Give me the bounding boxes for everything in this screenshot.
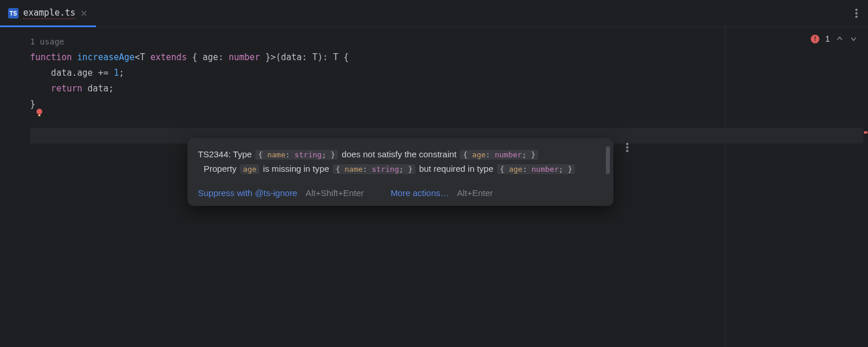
intention-bulb-icon[interactable] <box>35 108 44 117</box>
error-icon: ! <box>811 35 819 43</box>
code-area[interactable]: 1 usage function increaseAge<T extends {… <box>0 27 868 143</box>
problems-indicator[interactable]: ! 1 <box>811 34 858 43</box>
code-chip: { name: string; } <box>333 164 415 174</box>
gutter <box>0 27 30 347</box>
tab-bar-kebab-icon[interactable] <box>845 0 868 27</box>
tab-example-ts[interactable]: TS example.ts <box>0 0 96 27</box>
typescript-file-icon: TS <box>8 8 19 19</box>
minimap-separator <box>725 27 726 347</box>
error-tooltip: TS2344: Type { name: string; } does not … <box>187 138 613 206</box>
more-actions-link[interactable]: More actions… <box>391 188 449 198</box>
error-stripe[interactable] <box>863 27 868 347</box>
close-icon[interactable] <box>80 9 88 17</box>
error-message: TS2344: Type { name: string; } does not … <box>198 147 603 176</box>
svg-rect-1 <box>38 115 41 116</box>
suppress-shortcut: Alt+Shift+Enter <box>306 188 364 198</box>
code-chip: { name: string; } <box>255 150 338 160</box>
suppress-link[interactable]: Suppress with @ts-ignore <box>198 188 297 198</box>
code-chip: { age: number; } <box>460 150 538 160</box>
more-actions-shortcut: Alt+Enter <box>457 188 493 198</box>
svg-point-0 <box>36 109 42 115</box>
next-problem-icon[interactable] <box>849 35 858 43</box>
error-count: 1 <box>825 34 830 43</box>
prev-problem-icon[interactable] <box>836 35 844 43</box>
inlay-usage-hint: 1 usage <box>30 37 64 46</box>
error-marker[interactable] <box>864 131 867 134</box>
code-chip: age <box>240 164 259 174</box>
popup-scrollbar[interactable] <box>606 146 610 174</box>
editor[interactable]: ! 1 1 usage function increaseAge<T exten… <box>0 27 868 347</box>
code-chip: { age: number; } <box>497 164 575 174</box>
popup-kebab-icon[interactable] <box>626 143 628 152</box>
popup-actions: Suppress with @ts-ignore Alt+Shift+Enter… <box>198 188 603 198</box>
tab-bar: TS example.ts <box>0 0 868 27</box>
tab-label: example.ts <box>23 8 75 19</box>
